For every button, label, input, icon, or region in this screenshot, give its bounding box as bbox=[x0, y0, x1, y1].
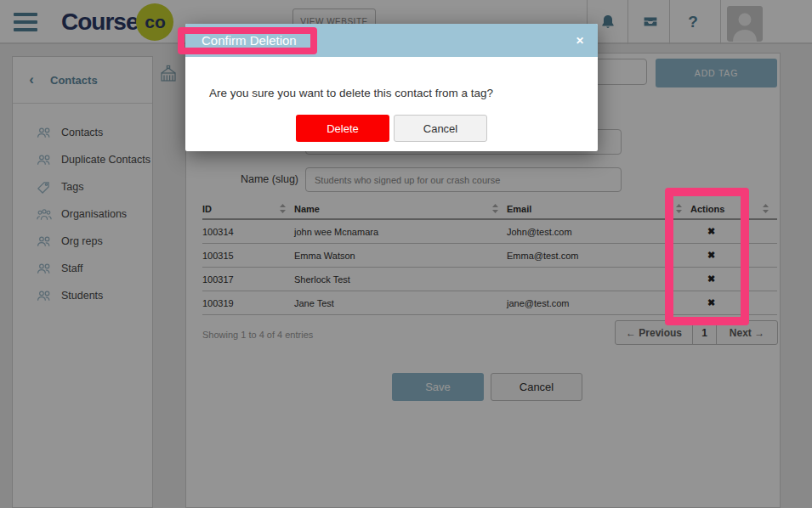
modal-cancel-button[interactable]: Cancel bbox=[394, 115, 487, 142]
confirm-deletion-modal: Confirm Deletion ✕ Are you sure you want… bbox=[185, 24, 598, 151]
screen: Course co VIEW WEBSITE ? ‹ Contacts bbox=[0, 0, 812, 508]
modal-header: Confirm Deletion ✕ bbox=[185, 24, 598, 57]
modal-title: Confirm Deletion bbox=[202, 33, 297, 48]
close-icon[interactable]: ✕ bbox=[576, 35, 584, 47]
delete-button[interactable]: Delete bbox=[296, 115, 389, 142]
modal-message: Are you sure you want to delete this con… bbox=[209, 87, 493, 99]
